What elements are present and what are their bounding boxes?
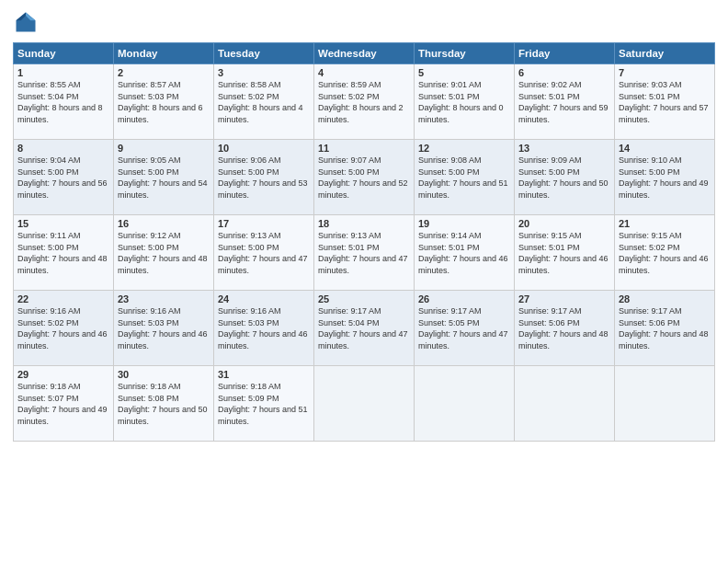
calendar-cell: 18Sunrise: 9:13 AMSunset: 5:01 PMDayligh… [314,215,415,291]
calendar-cell [615,366,715,442]
calendar-cell: 11Sunrise: 9:07 AMSunset: 5:00 PMDayligh… [314,140,415,215]
day-number: 14 [619,143,711,154]
calendar-cell: 15Sunrise: 9:11 AMSunset: 5:00 PMDayligh… [14,215,114,291]
day-info: Sunrise: 8:55 AMSunset: 5:04 PMDaylight:… [17,79,109,125]
weekday-header-monday: Monday [114,43,214,64]
day-number: 19 [418,218,510,229]
day-number: 16 [118,218,210,229]
calendar-table: SundayMondayTuesdayWednesdayThursdayFrid… [13,42,715,442]
weekday-header-tuesday: Tuesday [214,43,314,64]
day-number: 4 [318,67,410,78]
day-info: Sunrise: 9:01 AMSunset: 5:01 PMDaylight:… [418,79,510,125]
day-number: 24 [218,293,310,304]
calendar-cell: 2Sunrise: 8:57 AMSunset: 5:03 PMDaylight… [114,64,214,140]
day-number: 12 [418,143,510,154]
calendar-cell: 26Sunrise: 9:17 AMSunset: 5:05 PMDayligh… [415,291,515,366]
calendar-cell: 21Sunrise: 9:15 AMSunset: 5:02 PMDayligh… [615,215,715,291]
weekday-header-sunday: Sunday [14,43,114,64]
day-number: 10 [218,143,310,154]
day-info: Sunrise: 9:11 AMSunset: 5:00 PMDaylight:… [17,230,109,276]
calendar-cell: 27Sunrise: 9:17 AMSunset: 5:06 PMDayligh… [515,291,615,366]
day-number: 3 [218,67,310,78]
calendar-cell: 5Sunrise: 9:01 AMSunset: 5:01 PMDaylight… [415,64,515,140]
weekday-header-friday: Friday [515,43,615,64]
day-info: Sunrise: 9:12 AMSunset: 5:00 PMDaylight:… [118,230,210,276]
day-info: Sunrise: 9:15 AMSunset: 5:01 PMDaylight:… [518,230,610,276]
day-number: 28 [619,293,711,304]
day-info: Sunrise: 9:05 AMSunset: 5:00 PMDaylight:… [118,155,210,201]
day-info: Sunrise: 8:57 AMSunset: 5:03 PMDaylight:… [118,79,210,125]
calendar-week-1: 1Sunrise: 8:55 AMSunset: 5:04 PMDaylight… [14,64,715,140]
day-info: Sunrise: 9:14 AMSunset: 5:01 PMDaylight:… [418,230,510,276]
header [13,9,715,35]
calendar-cell [415,366,515,442]
day-number: 30 [118,369,210,380]
calendar-cell: 4Sunrise: 8:59 AMSunset: 5:02 PMDaylight… [314,64,415,140]
day-info: Sunrise: 9:17 AMSunset: 5:04 PMDaylight:… [318,305,410,351]
calendar-cell: 24Sunrise: 9:16 AMSunset: 5:03 PMDayligh… [214,291,314,366]
calendar-cell: 8Sunrise: 9:04 AMSunset: 5:00 PMDaylight… [14,140,114,215]
calendar-cell: 28Sunrise: 9:17 AMSunset: 5:06 PMDayligh… [615,291,715,366]
calendar-cell: 16Sunrise: 9:12 AMSunset: 5:00 PMDayligh… [114,215,214,291]
calendar-cell: 9Sunrise: 9:05 AMSunset: 5:00 PMDaylight… [114,140,214,215]
day-number: 26 [418,293,510,304]
day-info: Sunrise: 9:17 AMSunset: 5:05 PMDaylight:… [418,305,510,351]
day-info: Sunrise: 9:13 AMSunset: 5:01 PMDaylight:… [318,230,410,276]
logo [13,9,42,35]
day-number: 17 [218,218,310,229]
calendar-cell: 31Sunrise: 9:18 AMSunset: 5:09 PMDayligh… [214,366,314,442]
day-number: 22 [17,293,109,304]
calendar-cell: 30Sunrise: 9:18 AMSunset: 5:08 PMDayligh… [114,366,214,442]
day-number: 13 [518,143,610,154]
day-info: Sunrise: 9:06 AMSunset: 5:00 PMDaylight:… [218,155,310,201]
day-info: Sunrise: 9:02 AMSunset: 5:01 PMDaylight:… [518,79,610,125]
day-number: 9 [118,143,210,154]
calendar-cell: 25Sunrise: 9:17 AMSunset: 5:04 PMDayligh… [314,291,415,366]
weekday-header-saturday: Saturday [615,43,715,64]
weekday-header-wednesday: Wednesday [314,43,415,64]
day-info: Sunrise: 9:18 AMSunset: 5:07 PMDaylight:… [17,381,109,427]
main-container: SundayMondayTuesdayWednesdayThursdayFrid… [0,0,728,563]
day-info: Sunrise: 8:59 AMSunset: 5:02 PMDaylight:… [318,79,410,125]
day-info: Sunrise: 9:16 AMSunset: 5:03 PMDaylight:… [118,305,210,351]
day-number: 8 [17,143,109,154]
day-info: Sunrise: 9:16 AMSunset: 5:03 PMDaylight:… [218,305,310,351]
day-number: 18 [318,218,410,229]
day-number: 15 [17,218,109,229]
calendar-week-4: 22Sunrise: 9:16 AMSunset: 5:02 PMDayligh… [14,291,715,366]
day-number: 6 [518,67,610,78]
day-info: Sunrise: 9:09 AMSunset: 5:00 PMDaylight:… [518,155,610,201]
day-number: 29 [17,369,109,380]
day-info: Sunrise: 8:58 AMSunset: 5:02 PMDaylight:… [218,79,310,125]
calendar-cell: 3Sunrise: 8:58 AMSunset: 5:02 PMDaylight… [214,64,314,140]
calendar-cell: 23Sunrise: 9:16 AMSunset: 5:03 PMDayligh… [114,291,214,366]
day-info: Sunrise: 9:18 AMSunset: 5:08 PMDaylight:… [118,381,210,427]
calendar-week-5: 29Sunrise: 9:18 AMSunset: 5:07 PMDayligh… [14,366,715,442]
calendar-cell: 19Sunrise: 9:14 AMSunset: 5:01 PMDayligh… [415,215,515,291]
calendar-cell: 20Sunrise: 9:15 AMSunset: 5:01 PMDayligh… [515,215,615,291]
calendar-header-row: SundayMondayTuesdayWednesdayThursdayFrid… [14,43,715,64]
day-info: Sunrise: 9:08 AMSunset: 5:00 PMDaylight:… [418,155,510,201]
day-number: 23 [118,293,210,304]
calendar-cell: 14Sunrise: 9:10 AMSunset: 5:00 PMDayligh… [615,140,715,215]
day-number: 11 [318,143,410,154]
calendar-cell [515,366,615,442]
day-number: 20 [518,218,610,229]
day-number: 1 [17,67,109,78]
day-info: Sunrise: 9:15 AMSunset: 5:02 PMDaylight:… [619,230,711,276]
calendar-cell: 12Sunrise: 9:08 AMSunset: 5:00 PMDayligh… [415,140,515,215]
calendar-week-3: 15Sunrise: 9:11 AMSunset: 5:00 PMDayligh… [14,215,715,291]
calendar-cell: 13Sunrise: 9:09 AMSunset: 5:00 PMDayligh… [515,140,615,215]
calendar-cell [314,366,415,442]
day-info: Sunrise: 9:10 AMSunset: 5:00 PMDaylight:… [619,155,711,201]
calendar-cell: 17Sunrise: 9:13 AMSunset: 5:00 PMDayligh… [214,215,314,291]
calendar-week-2: 8Sunrise: 9:04 AMSunset: 5:00 PMDaylight… [14,140,715,215]
day-info: Sunrise: 9:17 AMSunset: 5:06 PMDaylight:… [619,305,711,351]
calendar-cell: 7Sunrise: 9:03 AMSunset: 5:01 PMDaylight… [615,64,715,140]
day-number: 7 [619,67,711,78]
calendar-cell: 1Sunrise: 8:55 AMSunset: 5:04 PMDaylight… [14,64,114,140]
day-info: Sunrise: 9:07 AMSunset: 5:00 PMDaylight:… [318,155,410,201]
calendar-cell: 29Sunrise: 9:18 AMSunset: 5:07 PMDayligh… [14,366,114,442]
day-number: 31 [218,369,310,380]
day-info: Sunrise: 9:03 AMSunset: 5:01 PMDaylight:… [619,79,711,125]
